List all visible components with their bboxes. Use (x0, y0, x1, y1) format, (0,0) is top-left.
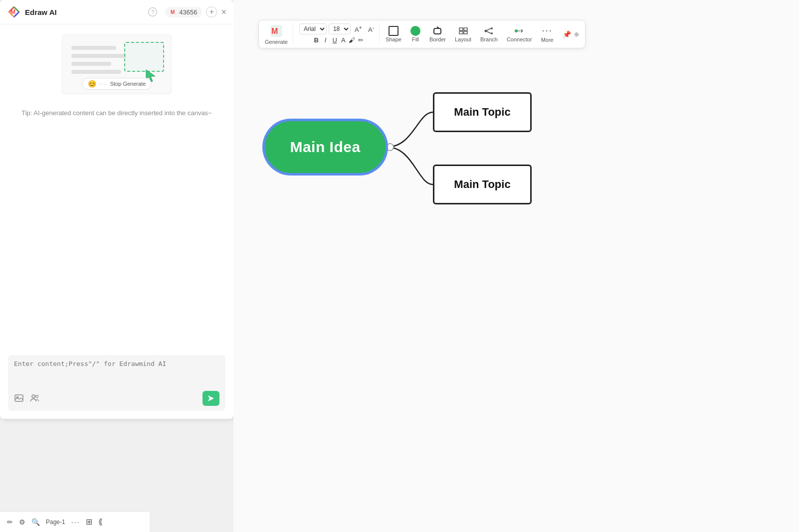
fill-label: Fill (412, 36, 419, 42)
text-style-button[interactable]: ✏ (358, 36, 364, 44)
edraw-logo-icon: M (7, 5, 21, 19)
ai-illustration: 😊 ··· Stop Generate (62, 34, 172, 94)
underline-button[interactable]: U (330, 35, 339, 45)
branch-button[interactable]: Branch (477, 25, 501, 43)
fill-icon (410, 26, 420, 36)
chat-input-area (8, 355, 225, 411)
smiley-icon: 😊 (88, 80, 96, 88)
panel-header: M Edraw AI ? M 43656 + × (0, 0, 233, 24)
topic-2-text: Main Topic (454, 178, 510, 191)
branch-label: Branch (480, 36, 498, 42)
illus-lines (71, 46, 126, 78)
tab-badge[interactable]: M 43656 (165, 7, 202, 17)
generate-icon: M (269, 24, 283, 38)
expand-icon[interactable]: ⊕ (574, 31, 579, 38)
italic-button[interactable]: I (323, 35, 329, 45)
svg-point-24 (387, 144, 394, 151)
svg-marker-7 (208, 395, 214, 401)
font-size-decrease-button[interactable]: A- (366, 23, 376, 34)
svg-line-19 (487, 31, 491, 33)
tab-m-icon: M (170, 8, 177, 15)
border-button[interactable]: Border (426, 25, 449, 43)
shape-button[interactable]: Shape (383, 25, 404, 43)
formatting-toolbar: M Generate Arial 18 A+ A- B I U A 🖌 (258, 20, 586, 48)
more-label: More (541, 37, 554, 43)
svg-point-15 (485, 30, 487, 32)
pen-icon[interactable]: ✏ (7, 518, 13, 526)
page-dots-menu[interactable]: ··· (71, 518, 80, 526)
pin-icon[interactable]: 📌 (563, 30, 571, 38)
svg-text:M: M (171, 9, 175, 15)
chat-footer (14, 391, 219, 406)
svg-line-18 (487, 28, 491, 30)
topic-1-node[interactable]: Main Topic (433, 92, 532, 132)
svg-rect-10 (434, 28, 441, 34)
chat-input[interactable] (14, 360, 219, 385)
people-icon[interactable] (30, 393, 41, 404)
svg-point-16 (491, 27, 493, 29)
svg-text:M: M (10, 8, 15, 15)
illus-line-1 (71, 46, 116, 50)
mind-map: Main Idea Main Topic Main Topic (248, 60, 598, 269)
bold-button[interactable]: B (312, 35, 320, 45)
connector-icon (514, 26, 524, 36)
font-size-increase-button[interactable]: A+ (353, 23, 364, 34)
connector-button[interactable]: Connector (504, 25, 535, 43)
panel-title: Edraw AI (25, 8, 144, 16)
image-upload-icon[interactable] (14, 393, 25, 404)
close-button[interactable]: × (221, 7, 226, 17)
stop-generate-label: Stop Generate (110, 81, 146, 87)
more-button[interactable]: ··· More (538, 24, 557, 44)
font-size-selector[interactable]: 18 (329, 23, 351, 34)
panel-content: 😊 ··· Stop Generate Tip: AI-generated co… (0, 24, 233, 355)
generate-label[interactable]: Generate (265, 39, 288, 45)
left-panel: M Edraw AI ? M 43656 + × (0, 0, 233, 419)
svg-point-5 (32, 395, 35, 398)
font-color-button[interactable]: A (341, 36, 346, 44)
illus-selection-box (124, 42, 164, 72)
settings-icon[interactable]: ⚙ (19, 518, 25, 526)
layout-icon (458, 26, 468, 36)
connector-label: Connector (507, 36, 532, 42)
stop-generate-bar[interactable]: 😊 ··· Stop Generate (82, 78, 152, 90)
loading-dots: ··· (99, 80, 107, 87)
svg-rect-14 (464, 31, 467, 34)
topic-1-text: Main Topic (454, 106, 510, 119)
border-icon (432, 26, 442, 36)
branch-icon (484, 26, 494, 36)
main-idea-text: Main Idea (290, 139, 360, 156)
svg-rect-3 (15, 395, 23, 401)
border-label: Border (429, 36, 446, 42)
canvas-area: M Generate Arial 18 A+ A- B I U A 🖌 (233, 0, 799, 532)
fill-button[interactable]: Fill (407, 25, 423, 43)
illus-line-4 (71, 70, 121, 74)
svg-rect-12 (464, 28, 467, 30)
layout-button[interactable]: Layout (452, 25, 474, 43)
page-label: Page-1 (46, 519, 65, 526)
send-button[interactable] (202, 391, 219, 406)
zoom-icon[interactable]: 🔍 (31, 518, 40, 526)
topic-2-node[interactable]: Main Topic (433, 165, 532, 204)
main-idea-node[interactable]: Main Idea (263, 120, 387, 175)
svg-point-20 (515, 29, 518, 32)
collapse-icon[interactable]: ⟪ (98, 517, 103, 527)
svg-point-17 (491, 32, 493, 34)
shape-icon (389, 26, 399, 36)
more-dots-icon: ··· (542, 25, 553, 36)
text-format-controls: B I U A 🖌 ✏ (312, 35, 363, 45)
layout-label: Layout (455, 36, 471, 42)
add-tab-button[interactable]: + (206, 6, 217, 17)
illus-line-2 (71, 54, 126, 58)
svg-point-6 (36, 395, 38, 398)
help-icon[interactable]: ? (148, 7, 157, 16)
font-section: Arial 18 A+ A- B I U A 🖌 ✏ (296, 23, 380, 45)
tip-text: Tip: AI-generated content can be directl… (21, 108, 211, 118)
font-selector[interactable]: Arial (299, 23, 327, 34)
svg-rect-11 (459, 28, 463, 30)
illus-line-3 (71, 62, 111, 66)
shape-label: Shape (386, 36, 401, 42)
svg-rect-13 (459, 31, 463, 34)
table-icon[interactable]: ⊞ (86, 517, 92, 527)
generate-section: M Generate (265, 24, 293, 45)
highlight-button[interactable]: 🖌 (349, 36, 355, 44)
